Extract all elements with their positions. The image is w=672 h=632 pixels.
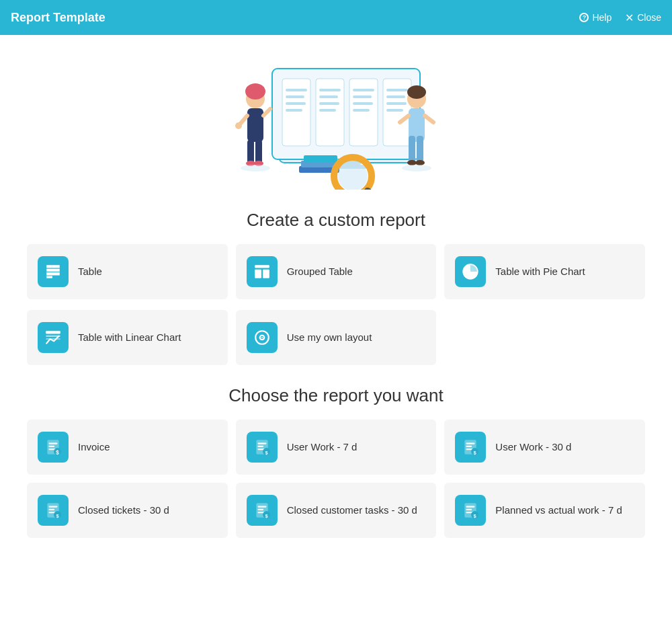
- svg-rect-38: [417, 136, 423, 163]
- svg-rect-63: [49, 446, 55, 447]
- illustration: [222, 55, 450, 190]
- svg-rect-12: [319, 102, 339, 105]
- svg-point-33: [235, 122, 242, 129]
- template-card-table[interactable]: Table: [27, 244, 228, 299]
- report-card-planned-vs-actual[interactable]: $ Planned vs actual work - 7 d: [444, 483, 645, 538]
- svg-point-50: [402, 165, 431, 171]
- help-button[interactable]: ? Help: [579, 12, 612, 23]
- svg-point-59: [259, 335, 265, 341]
- svg-rect-62: [49, 443, 58, 444]
- report-card-user-work-7[interactable]: $ User Work - 7 d: [236, 420, 437, 475]
- planned-vs-actual-icon-bg: $: [455, 495, 486, 526]
- svg-rect-10: [319, 89, 341, 91]
- svg-line-32: [263, 109, 270, 116]
- svg-line-42: [425, 116, 433, 122]
- template-table-pie-label: Table with Pie Chart: [495, 265, 585, 278]
- own-layout-icon: [253, 329, 271, 346]
- svg-rect-27: [247, 140, 254, 163]
- report-card-invoice[interactable]: $ Invoice: [27, 420, 228, 475]
- svg-rect-53: [263, 270, 269, 278]
- svg-rect-17: [353, 109, 370, 112]
- template-card-table-linear[interactable]: Table with Linear Chart: [27, 310, 228, 365]
- invoice-icon-bg: $: [38, 432, 69, 463]
- svg-rect-15: [353, 95, 372, 98]
- closed-tickets-icon: $: [44, 502, 62, 519]
- empty-cell: [444, 310, 645, 365]
- pie-chart-icon: [462, 263, 479, 280]
- svg-rect-75: [466, 446, 472, 447]
- svg-rect-8: [286, 102, 306, 105]
- user-work-7-icon-bg: $: [247, 432, 278, 463]
- svg-rect-11: [319, 95, 338, 98]
- close-button[interactable]: ✕ Close: [625, 11, 661, 24]
- create-section-title: Create a custom report: [0, 210, 672, 231]
- svg-rect-69: [257, 446, 263, 447]
- report-grid-row2: $ Closed tickets - 30 d $ Closed: [27, 483, 645, 538]
- report-card-closed-customer-tasks[interactable]: $ Closed customer tasks - 30 d: [236, 483, 437, 538]
- report-grid-row1: $ Invoice $ User Work - 7 d: [27, 420, 645, 475]
- report-user-work-7-label: User Work - 7 d: [287, 440, 358, 454]
- template-own-layout-label: Use my own layout: [287, 331, 372, 344]
- svg-rect-20: [386, 102, 407, 105]
- svg-point-25: [245, 83, 265, 100]
- table-icon: [44, 263, 62, 280]
- svg-rect-52: [255, 270, 261, 278]
- template-grid-row2: Table with Linear Chart Use my own layou…: [0, 310, 672, 365]
- help-icon: ?: [579, 13, 589, 22]
- svg-rect-93: [466, 509, 472, 510]
- svg-point-40: [415, 160, 425, 165]
- svg-rect-19: [386, 95, 405, 98]
- linear-chart-icon: [44, 329, 62, 346]
- closed-customer-tasks-icon: $: [253, 502, 271, 519]
- svg-rect-86: [257, 506, 266, 508]
- grouped-table-icon: [253, 263, 271, 280]
- report-card-user-work-30[interactable]: $ User Work - 30 d: [444, 420, 645, 475]
- svg-rect-28: [255, 140, 262, 163]
- table-pie-icon-bg: [455, 256, 486, 287]
- svg-rect-74: [466, 443, 475, 444]
- svg-rect-81: [49, 509, 55, 510]
- header-actions: ? Help ✕ Close: [579, 11, 661, 24]
- svg-rect-92: [466, 506, 475, 508]
- template-table-label: Table: [78, 265, 102, 278]
- svg-rect-18: [386, 89, 408, 91]
- svg-rect-55: [46, 331, 60, 333]
- template-table-linear-label: Table with Linear Chart: [78, 331, 181, 344]
- hero-section: [0, 35, 672, 203]
- grouped-table-icon-bg: [247, 256, 278, 287]
- report-closed-customer-tasks-label: Closed customer tasks - 30 d: [287, 504, 417, 517]
- own-layout-icon-bg: [247, 322, 278, 353]
- invoice-icon: $: [44, 438, 62, 456]
- svg-rect-68: [257, 443, 266, 444]
- svg-point-39: [407, 160, 417, 165]
- template-card-own-layout[interactable]: Use my own layout: [236, 310, 437, 365]
- svg-rect-51: [255, 265, 269, 268]
- svg-rect-80: [49, 506, 58, 508]
- svg-rect-7: [286, 95, 304, 98]
- app-header: Report Template ? Help ✕ Close: [0, 0, 672, 35]
- report-closed-tickets-label: Closed tickets - 30 d: [78, 504, 169, 517]
- user-work-30-icon: $: [462, 438, 479, 456]
- user-work-7-icon: $: [253, 438, 271, 456]
- report-planned-vs-actual-label: Planned vs actual work - 7 d: [495, 504, 622, 517]
- svg-rect-9: [286, 109, 302, 112]
- closed-tickets-icon-bg: $: [38, 495, 69, 526]
- closed-customer-tasks-icon-bg: $: [247, 495, 278, 526]
- template-card-grouped-table[interactable]: Grouped Table: [236, 244, 437, 299]
- svg-point-35: [407, 85, 426, 99]
- report-invoice-label: Invoice: [78, 440, 110, 454]
- svg-rect-21: [386, 109, 403, 112]
- choose-section: Choose the report you want $ Invoice: [0, 385, 672, 538]
- app-title: Report Template: [11, 11, 106, 25]
- svg-rect-57: [46, 338, 60, 340]
- svg-rect-13: [319, 109, 336, 112]
- report-card-closed-tickets[interactable]: $ Closed tickets - 30 d: [27, 483, 228, 538]
- report-user-work-30-label: User Work - 30 d: [495, 440, 571, 454]
- svg-point-47: [338, 161, 368, 190]
- template-grid-row1: Table Grouped Table Table: [0, 244, 672, 299]
- svg-rect-37: [409, 136, 415, 163]
- svg-rect-87: [257, 509, 263, 510]
- svg-rect-14: [353, 89, 374, 91]
- table-icon-bg: [38, 256, 69, 287]
- template-card-table-pie[interactable]: Table with Pie Chart: [444, 244, 645, 299]
